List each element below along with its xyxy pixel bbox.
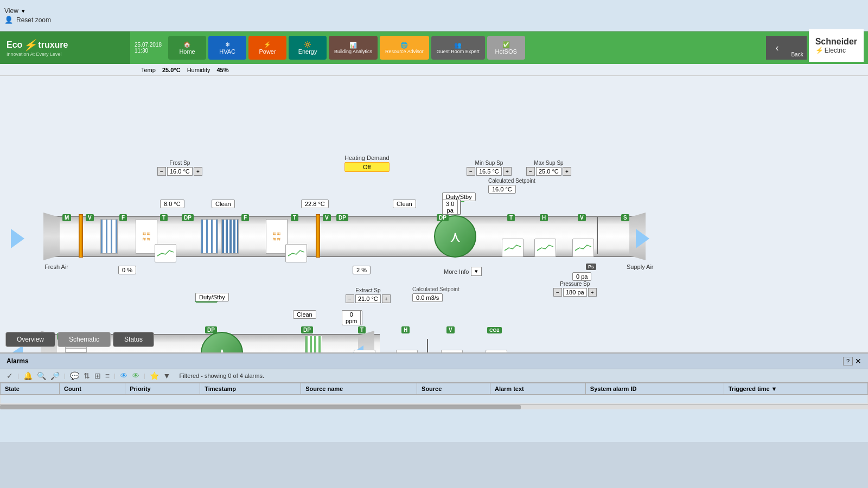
extract-sp-value: 21.0 °C [355, 294, 381, 303]
frost-sp-value: 16.0 °C [167, 167, 193, 176]
alarm-filter-icon[interactable]: ⊞ [94, 371, 101, 380]
reset-zoom-button[interactable]: Reset zoom [16, 16, 51, 24]
chart-extract-1[interactable] [354, 350, 375, 352]
extract-sp-plus[interactable]: + [382, 294, 391, 303]
alarms-filter-text: Filtered - showing 0 of 4 alarms. [179, 373, 264, 379]
badge-v-supply1: V [86, 214, 94, 221]
max-sup-minus[interactable]: − [526, 167, 535, 176]
resource-nav-button[interactable]: 🌐 Resource Advisor [380, 36, 429, 60]
chart-supply-5[interactable] [572, 239, 594, 257]
alarm-bell-icon[interactable]: 🔔 [23, 371, 33, 380]
alarm-list-icon[interactable]: ≡ [105, 371, 110, 380]
alarm-chevron-icon[interactable]: ▼ [163, 371, 171, 380]
alarm-msg-icon[interactable]: 💬 [70, 371, 79, 380]
duty-stby-extract[interactable]: Duty/Stby [195, 293, 229, 301]
max-sup-value: 25.0 °C [536, 167, 561, 176]
filter-supply-3 [221, 219, 239, 254]
pa-val-supply: 3.0 pa [442, 200, 458, 215]
schematic-tab[interactable]: Schematic [58, 332, 111, 347]
temp-label: Temp [141, 67, 156, 73]
temp-display-supply2: 22.8 °C [301, 200, 329, 208]
frost-temp-display: 8.0 °C [160, 200, 184, 208]
energy-nav-button[interactable]: 🔆 Energy [289, 36, 327, 60]
alarm-check-icon[interactable]: ✓ [7, 371, 13, 380]
heating-off-box: Off [344, 162, 390, 172]
pct1-supply: 0 % [118, 266, 136, 274]
extract-sp-minus[interactable]: − [346, 294, 354, 303]
min-sup-plus[interactable]: + [503, 167, 512, 176]
badge-v-supply2: V [323, 214, 331, 221]
view-label[interactable]: View [4, 7, 18, 15]
chart-supply-1[interactable] [155, 244, 176, 262]
col-triggered-time[interactable]: Triggered time ▼ [724, 383, 867, 395]
pressure-sp-plus[interactable]: + [588, 288, 597, 297]
alarms-help-button[interactable]: ? [843, 357, 853, 365]
chart-supply-4[interactable] [534, 239, 556, 257]
fresh-air-arrow [11, 229, 24, 248]
min-sup-minus[interactable]: − [467, 167, 475, 176]
damper-actuator-supply2 [316, 214, 320, 258]
alarms-title: Alarms [7, 357, 29, 365]
resource-icon: 🌐 [400, 42, 408, 49]
col-alarm-text: Alarm text [490, 383, 585, 395]
alarm-star-icon[interactable]: ⭐ [150, 371, 159, 380]
humidity-label: Humidity [187, 67, 210, 73]
hotsos-nav-button[interactable]: ✅ HotSOS [487, 36, 525, 60]
col-state: State [1, 383, 60, 395]
calc-setpoint-supply-label: Calculated Setpoint [488, 178, 535, 184]
badge-dp-supply2: DP [336, 214, 348, 221]
guest-icon: 👥 [454, 42, 462, 49]
alarm-eye1-icon[interactable]: 👁 [120, 371, 127, 380]
alarm-eye2-icon[interactable]: 👁 [132, 371, 139, 380]
clean-extract[interactable]: Clean [293, 310, 316, 319]
alarms-close-button[interactable]: ✕ [855, 357, 861, 365]
ppm-extract: 0 ppm [342, 310, 361, 325]
hvac-icon: ❄ [225, 41, 230, 48]
home-nav-button[interactable]: 🏠 Home [168, 36, 206, 60]
min-sup-value: 16.5 °C [476, 167, 502, 176]
frost-sp-label: Frost Sp [157, 160, 202, 166]
badge-dp-supply1: DP [182, 214, 194, 221]
badge-h-extract: H [401, 326, 410, 333]
chart-supply-3[interactable] [502, 239, 524, 257]
guest-nav-button[interactable]: 👥 Guest Room Expert [431, 36, 485, 60]
calc-setpoint-supply-val: 16.0 °C [488, 185, 516, 194]
analytics-icon: 📊 [349, 42, 357, 49]
alarm-search-icon[interactable]: 🔍 [37, 371, 46, 380]
chart-extract-4[interactable] [486, 350, 507, 352]
pressure-sp-minus[interactable]: − [553, 288, 562, 297]
power-nav-button[interactable]: ⚡ Power [248, 36, 286, 60]
alarm-search2-icon[interactable]: 🔎 [50, 371, 60, 380]
alarm-sort-icon[interactable]: ⇅ [84, 371, 90, 380]
damper-line-supply-end [597, 217, 598, 254]
chart-extract-2[interactable] [396, 350, 418, 352]
schneider-brand: Schneider [815, 37, 857, 47]
analytics-nav-button[interactable]: 📊 Building Analytics [329, 36, 378, 60]
frost-sp-minus[interactable]: − [157, 167, 166, 176]
chart-supply-2[interactable] [285, 244, 307, 262]
badge-t-supply1: T [160, 214, 168, 221]
filter-extract [305, 336, 322, 352]
pct2-supply: 2 % [353, 266, 371, 274]
clean-box-supply-1[interactable]: Clean [212, 200, 235, 208]
max-sup-plus[interactable]: + [563, 167, 571, 176]
badge-h-supply: H [540, 214, 548, 221]
more-info-supply-btn[interactable]: ▾ [471, 267, 482, 276]
scrollbar-thumb[interactable] [0, 405, 521, 409]
home-icon: 🏠 [183, 41, 191, 48]
frost-sp-plus[interactable]: + [194, 167, 202, 176]
status-tab[interactable]: Status [113, 332, 154, 347]
badge-v-extract: V [446, 326, 455, 333]
overview-tab[interactable]: Overview [5, 332, 55, 347]
schneider-electric: ⚡Electric [815, 47, 857, 54]
badge-dp-fan-supply: DP [437, 214, 449, 221]
ps-val-supply: 0 pa [572, 272, 591, 281]
extract-sp-label: Extract Sp [346, 287, 391, 293]
fan-supply[interactable]: ⋏ [434, 215, 476, 258]
damper-actuator-supply [79, 214, 83, 258]
hvac-nav-button[interactable]: ❄ HVAC [208, 36, 246, 60]
header-time: 11:30 [135, 48, 162, 54]
chart-extract-3[interactable] [441, 350, 463, 352]
clean-box-supply-2[interactable]: Clean [393, 200, 416, 208]
filter-supply-2 [201, 219, 218, 254]
